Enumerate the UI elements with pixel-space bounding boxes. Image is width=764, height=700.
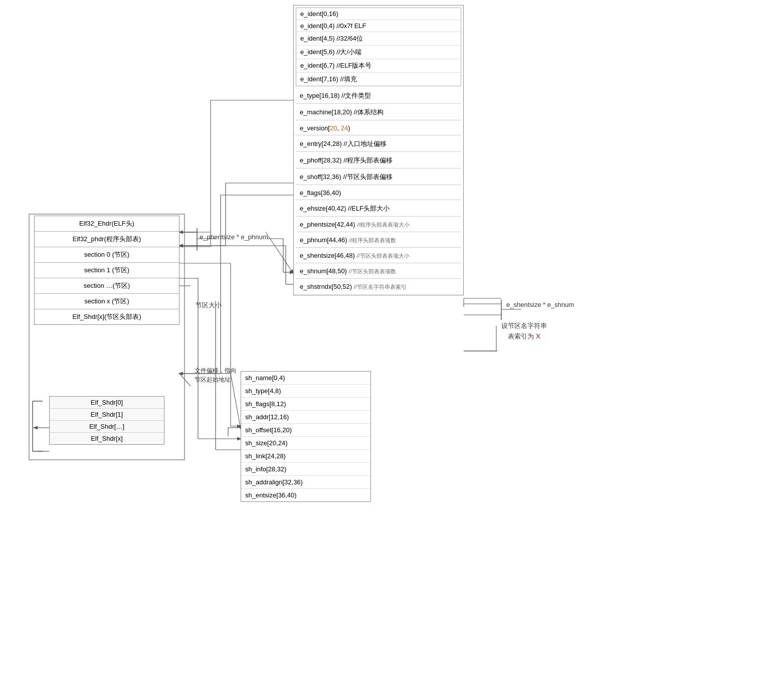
set-shstrndx-label: 设节区名字符串表索引为 X (501, 321, 547, 342)
sh-info-row: sh_info[28,32) (241, 463, 370, 476)
shdr-sub-box: Elf_Shdr[0] Elf_Shdr[1] Elf_Shdr[…] Elf_… (49, 396, 164, 445)
section-dots-row: section …(节区) (35, 278, 179, 294)
e-ident-45-row: e_ident[4,5) //32/64位 (296, 32, 461, 46)
file-offset-label: 文件偏移，指向节区起始地址 (195, 366, 237, 384)
section0-row: section 0 (节区) (35, 247, 179, 263)
sectionx-row: section x (节区) (35, 294, 179, 309)
svg-line-19 (179, 374, 190, 386)
e-entry-row: e_entry[24,28) //入口地址偏移 (296, 136, 461, 152)
e-ident-67-row: e_ident[6,7) //ELF版本号 (296, 59, 461, 73)
e-ehsize-row: e_ehsize[40,42) //ELF头部大小 (296, 201, 461, 217)
shdr1-row: Elf_Shdr[1] (50, 409, 164, 421)
sh-addr-row: sh_addr[12,16) (241, 411, 370, 424)
shentsize-shnum-label: e_shentsize * e_shnum (506, 301, 574, 308)
sh-name-row: sh_name[0,4) (241, 372, 370, 385)
e-ident-56-row: e_ident[5,6) //大/小端 (296, 46, 461, 59)
elf-header-detail-box: e_ident[0,16) e_ident[0,4) //0x7f ELF e_… (293, 5, 464, 295)
sh-addralign-row: sh_addralign[32,36) (241, 476, 370, 489)
e-ident-row: e_ident[0,16) (296, 8, 461, 20)
e-shstrndx-row: e_shstrndx[50,52) //节区名字符串表索引 (296, 280, 461, 294)
sh-offset-row: sh_offset[16,20) (241, 424, 370, 437)
e-phentsize-row: e_phentsize[42,44) //程序头部表表项大小 (296, 218, 461, 232)
shdr-row: Elf_Shdr[x](节区头部表) (35, 309, 179, 324)
sh-size-row: sh_size[20,24) (241, 437, 370, 450)
e-ident-04-row: e_ident[0,4) //0x7f ELF (296, 20, 461, 32)
phentsize-phnum-label: e_phentsize * e_phnum (200, 233, 268, 241)
elf-phdr-row: Elf32_phdr(程序头部表) (35, 232, 179, 247)
shdrx-row: Elf_Shdr[x] (50, 433, 164, 444)
elf-ehdr-row: Elf32_Ehdr(ELF头) (35, 216, 179, 232)
e-phoff-row: e_phoff[28,32) //程序头部表偏移 (296, 153, 461, 168)
svg-line-2 (266, 232, 293, 273)
e-ident-716-row: e_ident[7,16) //填充 (296, 73, 461, 86)
sh-entsize-row: sh_entsize[36,40) (241, 489, 370, 501)
e-phnum-row: e_phnum[44,46) //程序头部表表项数 (296, 233, 461, 248)
e-ident-group: e_ident[0,16) e_ident[0,4) //0x7f ELF e_… (296, 8, 461, 86)
elf-struct-box: Elf32_Ehdr(ELF头) Elf32_phdr(程序头部表) secti… (34, 216, 179, 325)
e-flags-row: e_flags[36,40) (296, 186, 461, 200)
diagram-container: Elf32_Ehdr(ELF头) Elf32_phdr(程序头部表) secti… (0, 0, 764, 700)
sh-link-row: sh_link[24,28) (241, 450, 370, 463)
sh-flags-row: sh_flags[8,12) (241, 398, 370, 411)
e-machine-row: e_machine[18,20) //体系结构 (296, 105, 461, 120)
shdr0-row: Elf_Shdr[0] (50, 397, 164, 409)
section1-row: section 1 (节区) (35, 263, 179, 278)
sh-type-row: sh_type[4,8) (241, 385, 370, 398)
e-type-row: e_type[16,18) //文件类型 (296, 88, 461, 104)
shdr-dots-row: Elf_Shdr[…] (50, 421, 164, 433)
shdr-fields-box: sh_name[0,4) sh_type[4,8) sh_flags[8,12)… (241, 371, 371, 502)
e-shoff-row: e_shoff[32,36) //节区头部表偏移 (296, 169, 461, 185)
e-version-row: e_version[20, 24) (296, 121, 461, 135)
e-shentsize-row: e_shentsize[46,48) //节区头部表表项大小 (296, 249, 461, 263)
e-shnum-row: e_shnum[48,50) //节区头部表表项数 (296, 264, 461, 279)
section-size-label: 节区大小 (196, 301, 222, 310)
